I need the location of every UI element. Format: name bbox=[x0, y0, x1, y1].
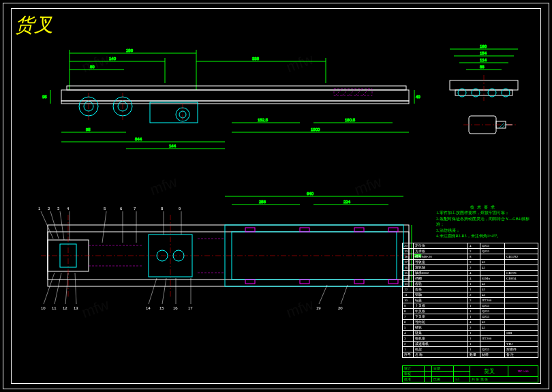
svg-text:140: 140 bbox=[109, 57, 117, 61]
svg-text:12: 12 bbox=[63, 306, 67, 310]
svg-text:9: 9 bbox=[179, 207, 181, 211]
svg-text:19: 19 bbox=[316, 306, 321, 310]
svg-text:180.5: 180.5 bbox=[345, 118, 356, 122]
svg-text:186: 186 bbox=[126, 48, 134, 52]
bottom-plan-view: 640 256 224 200 1 bbox=[27, 191, 423, 320]
svg-line-120 bbox=[65, 273, 68, 304]
svg-text:16: 16 bbox=[173, 306, 178, 310]
svg-rect-90 bbox=[245, 228, 255, 232]
svg-text:256: 256 bbox=[259, 200, 266, 204]
svg-text:4: 4 bbox=[67, 207, 70, 211]
svg-line-122 bbox=[149, 278, 157, 304]
svg-rect-93 bbox=[388, 228, 398, 232]
svg-rect-96 bbox=[354, 280, 364, 284]
svg-line-118 bbox=[44, 273, 55, 304]
svg-text:17: 17 bbox=[188, 306, 193, 310]
svg-text:88: 88 bbox=[480, 65, 485, 69]
svg-text:80: 80 bbox=[90, 65, 95, 69]
svg-text:15: 15 bbox=[159, 306, 164, 310]
svg-text:40: 40 bbox=[416, 95, 420, 99]
svg-text:2: 2 bbox=[48, 207, 50, 211]
bom-table: 20定位块4Q23519支承板2Q23518螺栓M8×208GB578217导轨… bbox=[402, 243, 538, 358]
technical-notes: 技术要求 1.零件加工按图样要求，焊接牢固可靠； 2.装配时保证各滑动面灵活，间… bbox=[436, 205, 532, 239]
svg-rect-14 bbox=[67, 86, 406, 90]
svg-rect-91 bbox=[300, 228, 309, 232]
svg-text:5: 5 bbox=[104, 207, 106, 211]
svg-line-104 bbox=[102, 211, 106, 243]
svg-line-121 bbox=[75, 273, 76, 304]
svg-text:114: 114 bbox=[480, 58, 487, 62]
title-block: 设计日期货叉HC1-00 审核 批准比例1:5共 张 第 张 bbox=[402, 365, 538, 382]
svg-rect-92 bbox=[354, 228, 364, 232]
svg-text:154: 154 bbox=[480, 51, 487, 55]
svg-text:8: 8 bbox=[161, 207, 164, 211]
svg-text:3: 3 bbox=[57, 207, 60, 211]
svg-text:7: 7 bbox=[134, 207, 136, 211]
svg-text:6: 6 bbox=[120, 207, 123, 211]
svg-rect-95 bbox=[300, 280, 309, 284]
svg-text:20: 20 bbox=[338, 306, 343, 310]
svg-rect-97 bbox=[388, 280, 398, 284]
svg-line-66 bbox=[499, 123, 504, 128]
drawing-title: 货叉 bbox=[15, 12, 53, 38]
svg-line-127 bbox=[341, 285, 348, 304]
svg-text:144: 144 bbox=[169, 144, 177, 148]
svg-text:13: 13 bbox=[74, 306, 78, 310]
svg-text:166: 166 bbox=[480, 44, 487, 48]
svg-text:224: 224 bbox=[343, 200, 351, 204]
svg-text:10: 10 bbox=[41, 306, 46, 310]
svg-line-126 bbox=[319, 285, 327, 304]
svg-text:338: 338 bbox=[252, 57, 260, 61]
top-elevation-view: 186 140 338 80 152.5 180.5 1000 95 844 1… bbox=[41, 41, 423, 157]
svg-line-119 bbox=[55, 273, 61, 304]
svg-line-102 bbox=[60, 211, 64, 240]
svg-rect-94 bbox=[245, 280, 255, 284]
svg-rect-21 bbox=[150, 102, 198, 123]
svg-text:1000: 1000 bbox=[311, 127, 320, 132]
svg-text:14: 14 bbox=[146, 306, 151, 310]
svg-text:95: 95 bbox=[86, 127, 91, 132]
svg-rect-12 bbox=[61, 90, 409, 101]
svg-text:1: 1 bbox=[38, 207, 41, 211]
svg-text:844: 844 bbox=[135, 137, 142, 141]
right-end-view: 166 154 114 88 bbox=[436, 41, 532, 157]
svg-line-123 bbox=[162, 278, 166, 304]
svg-text:11: 11 bbox=[52, 306, 57, 310]
svg-text:640: 640 bbox=[307, 192, 314, 196]
svg-text:35: 35 bbox=[42, 95, 47, 99]
svg-text:152.5: 152.5 bbox=[258, 118, 269, 122]
